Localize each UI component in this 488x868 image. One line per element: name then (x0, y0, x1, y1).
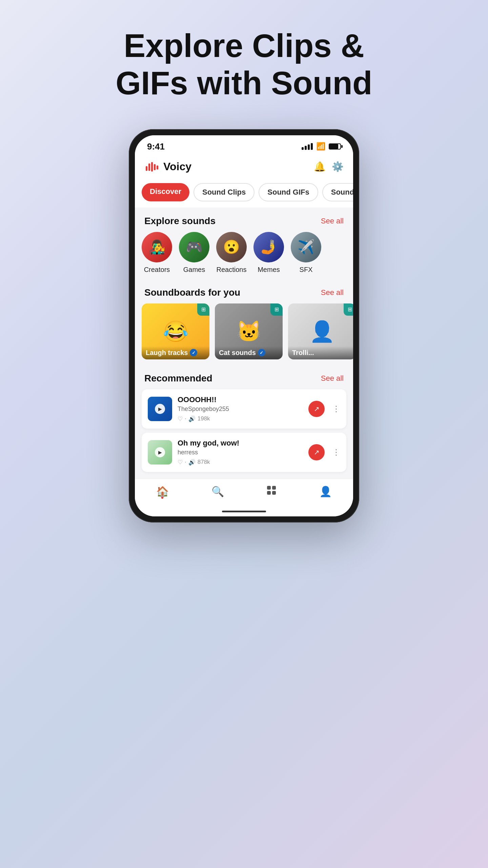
soundboards-row: 😂 ⊞ Laugh tracks ✓ 🐱 ⊞ Cat sounds ✓ (135, 303, 353, 365)
more-button-2[interactable]: ⋮ (332, 448, 340, 457)
rec-info-2: Oh my god, wow! herress ♡ · 🔊 878k (178, 439, 303, 466)
explore-label-reactions: Reactions (217, 266, 247, 274)
soundboard-cat-label: Cat sounds ✓ (215, 346, 283, 359)
soundboards-see-all[interactable]: See all (321, 288, 344, 297)
rec-meta-2: ♡ · 🔊 878k (178, 459, 303, 466)
nav-item-home[interactable]: 🏠 (156, 486, 169, 497)
main-content: Explore sounds See all 👨‍🎤 Creators 🎮 Ga… (135, 208, 353, 479)
soundboard-cat-check: ✓ (258, 349, 265, 356)
recommended-see-all[interactable]: See all (321, 374, 344, 383)
explore-item-games[interactable]: 🎮 Games (179, 232, 209, 274)
wifi-icon: 📶 (316, 142, 325, 151)
soundboard-troll-overlay: ⊞ (344, 303, 353, 316)
svg-rect-5 (267, 486, 271, 490)
svg-rect-7 (267, 491, 271, 495)
explore-avatar-memes: 🤳 (253, 232, 284, 262)
profile-icon: 👤 (319, 486, 332, 497)
soundboard-laugh-label: Laugh tracks ✓ (142, 346, 209, 359)
explore-item-sfx[interactable]: ✈️ SFX (291, 232, 321, 274)
rec-card-2: ▶ Oh my god, wow! herress ♡ · 🔊 878k ↗ ⋮ (142, 433, 346, 472)
nav-item-profile[interactable]: 👤 (319, 486, 332, 497)
bottom-nav: 🏠 🔍 👤 (135, 479, 353, 508)
explore-label-creators: Creators (144, 266, 170, 274)
play-button-2[interactable]: ▶ (155, 447, 165, 457)
heart-icon-2[interactable]: ♡ (178, 459, 183, 466)
tabs-container: Discover Sound Clips Sound GIFs Soundbo.… (135, 180, 353, 208)
share-button-2[interactable]: ↗ (308, 444, 325, 460)
soundboard-cat-overlay: ⊞ (270, 303, 283, 316)
status-icons: 📶 (302, 142, 341, 151)
explore-item-memes[interactable]: 🤳 Memes (253, 232, 284, 274)
status-time: 9:41 (147, 141, 165, 152)
rec-thumb-1: ▶ (148, 397, 172, 421)
rec-author-1: TheSpongeboy255 (178, 406, 303, 413)
notification-icon[interactable]: 🔔 (314, 161, 326, 172)
plays-count-1: 198k (198, 415, 210, 422)
explore-sounds-title: Explore sounds (144, 216, 216, 226)
phone-screen: 9:41 📶 (135, 135, 353, 516)
rec-title-1: OOOOHH!! (178, 395, 303, 404)
explore-sounds-header: Explore sounds See all (135, 208, 353, 232)
heart-icon-1[interactable]: ♡ (178, 415, 183, 422)
soundboard-troll-label: Trolli... (288, 346, 353, 359)
recommended-title: Recommended (144, 373, 212, 384)
svg-rect-1 (148, 163, 150, 171)
soundboard-troll[interactable]: 👤 ⊞ Trolli... (288, 303, 353, 359)
recommended-header: Recommended See all (135, 365, 353, 389)
more-button-1[interactable]: ⋮ (332, 404, 340, 414)
rec-title-2: Oh my god, wow! (178, 439, 303, 448)
tab-discover[interactable]: Discover (142, 183, 189, 201)
explore-avatar-sfx: ✈️ (291, 232, 321, 262)
search-icon: 🔍 (211, 486, 224, 497)
explore-sounds-row: 👨‍🎤 Creators 🎮 Games 😮 Reactions (135, 232, 353, 279)
soundboard-laugh-overlay: ⊞ (197, 303, 209, 316)
rec-meta-1: ♡ · 🔊 198k (178, 415, 303, 422)
soundboards-nav-icon (266, 485, 277, 498)
app-name: Voicy (163, 160, 191, 173)
rec-author-2: herress (178, 449, 303, 456)
rec-card-1: ▶ OOOOHH!! TheSpongeboy255 ♡ · 🔊 198k ↗ (142, 389, 346, 429)
svg-rect-4 (157, 165, 158, 170)
soundboard-laugh-check: ✓ (190, 349, 197, 356)
settings-icon[interactable]: ⚙️ (332, 161, 344, 172)
tab-sound-gifs[interactable]: Sound GIFs (259, 183, 318, 201)
plays-icon-2: 🔊 (188, 459, 196, 466)
explore-item-reactions[interactable]: 😮 Reactions (216, 232, 247, 274)
plays-count-2: 878k (198, 459, 210, 466)
explore-label-games: Games (183, 266, 205, 274)
phone-mockup: 9:41 📶 (129, 129, 359, 522)
explore-item-creators[interactable]: 👨‍🎤 Creators (142, 232, 172, 274)
nav-item-search[interactable]: 🔍 (211, 486, 224, 497)
share-button-1[interactable]: ↗ (308, 401, 325, 417)
app-logo: Voicy (144, 159, 191, 174)
page-title: Explore Clips & GIFs with Sound (75, 27, 413, 102)
explore-label-memes: Memes (258, 266, 280, 274)
soundboard-cat-sounds[interactable]: 🐱 ⊞ Cat sounds ✓ (215, 303, 283, 359)
home-icon: 🏠 (156, 486, 169, 497)
nav-item-soundboards[interactable] (266, 485, 277, 498)
explore-sounds-see-all[interactable]: See all (321, 217, 344, 225)
rec-thumb-2: ▶ (148, 440, 172, 465)
soundboard-laugh-tracks[interactable]: 😂 ⊞ Laugh tracks ✓ (142, 303, 209, 359)
svg-rect-2 (151, 162, 153, 172)
home-active-dot (161, 497, 163, 499)
soundboards-title: Soundboards for you (144, 287, 240, 298)
svg-rect-0 (146, 166, 147, 171)
home-bar (222, 511, 266, 512)
svg-rect-6 (272, 486, 276, 490)
signal-icon (302, 143, 313, 150)
app-header: Voicy 🔔 ⚙️ (135, 155, 353, 180)
explore-label-sfx: SFX (300, 266, 313, 274)
tab-soundboards[interactable]: Soundbo... (322, 183, 353, 201)
home-indicator (135, 508, 353, 516)
explore-avatar-creators: 👨‍🎤 (142, 232, 172, 262)
soundboards-header: Soundboards for you See all (135, 279, 353, 303)
rec-info-1: OOOOHH!! TheSpongeboy255 ♡ · 🔊 198k (178, 395, 303, 422)
recommended-list: ▶ OOOOHH!! TheSpongeboy255 ♡ · 🔊 198k ↗ (135, 389, 353, 472)
explore-avatar-games: 🎮 (179, 232, 209, 262)
svg-rect-3 (154, 164, 156, 170)
tab-sound-clips[interactable]: Sound Clips (194, 183, 255, 201)
play-button-1[interactable]: ▶ (155, 404, 165, 414)
explore-avatar-reactions: 😮 (216, 232, 247, 262)
status-bar: 9:41 📶 (135, 135, 353, 155)
